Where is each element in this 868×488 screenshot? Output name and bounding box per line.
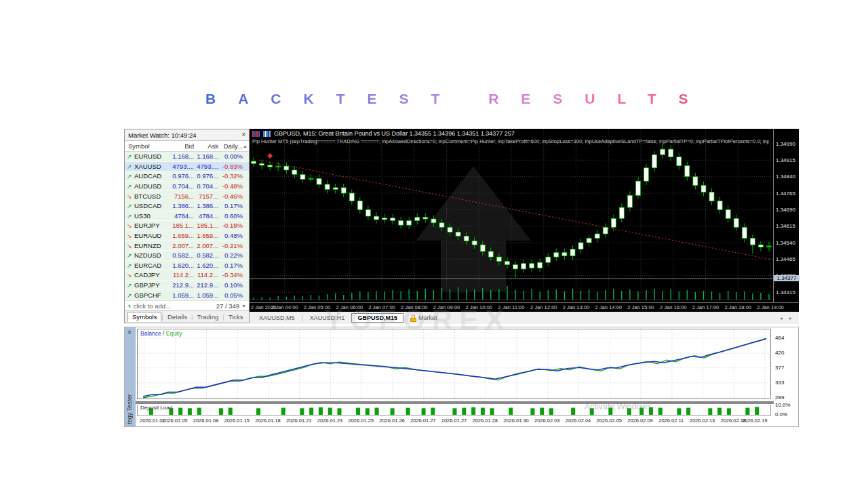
deposit-load-chart[interactable] xyxy=(137,405,771,416)
tab-ticks[interactable]: Ticks xyxy=(224,312,248,321)
symbol-name: ↗US30 xyxy=(125,212,170,220)
bid-value: 0.976... xyxy=(170,172,194,180)
market-watch-row-usdcad[interactable]: ↗USDCAD1.386...1.386...0.17% xyxy=(125,201,249,211)
daily-change: 0.17% xyxy=(218,202,243,209)
bid-value: 1.620... xyxy=(170,262,194,269)
ask-value: 1.168... xyxy=(194,152,218,160)
bid-value: 0.582... xyxy=(170,251,194,259)
up-arrow-icon: ↗ xyxy=(127,203,134,209)
market-watch-row-gbpchf[interactable]: ↗GBPCHF1.059...1.059...0.05% xyxy=(125,290,249,300)
market-watch-row-audusd[interactable]: ↗AUDUSD0.704...0.704...-0.48% xyxy=(125,182,249,192)
bid-value: 212.9... xyxy=(170,281,194,289)
chart-header: GBPUSD, M15: Great Britain Pound vs US D… xyxy=(252,130,515,137)
market-watch-row-btcusd[interactable]: ↘BTCUSD7156...7157...-0.46% xyxy=(125,191,249,201)
symbol-name: ↗EURCAD xyxy=(125,262,170,269)
market-watch-row-eurjpy[interactable]: ↘EURJPY185.1...185.1...-0.18% xyxy=(125,221,249,231)
tab-symbols[interactable]: Symbols xyxy=(127,312,161,322)
market-watch-row-audcad[interactable]: ↗AUDCAD0.976...0.976...-0.32% xyxy=(125,171,249,182)
bid-value: 7156... xyxy=(170,192,194,200)
equity-curve-chart[interactable] xyxy=(137,329,771,399)
equity-tick: 377 xyxy=(775,365,784,371)
equity-tick: 289 xyxy=(775,394,784,401)
close-icon[interactable]: × xyxy=(127,329,132,336)
market-watch-footer: + click to add... 27 / 349 ▼ xyxy=(125,300,249,310)
ask-value: 1.659... xyxy=(194,232,218,239)
daily-change: -0.46% xyxy=(218,192,243,200)
strategy-tester-panel: × tegy Tester Balance / Equity 464420377… xyxy=(124,327,799,427)
tab-nav-arrows[interactable]: ◂ ▸ xyxy=(780,315,795,321)
balance-legend: Balance xyxy=(140,330,161,337)
symbol-name: ↘EURJPY xyxy=(125,222,170,229)
date-tick: 2026.02.05 xyxy=(596,418,622,424)
market-watch-row-euraud[interactable]: ↘EURAUD1.659...1.659...0.48% xyxy=(125,231,249,241)
symbol-name: ↘BTCUSD xyxy=(125,192,170,200)
market-watch-row-eurusd[interactable]: ↗EURUSD1.168...1.168...0.00% xyxy=(125,152,249,162)
tab-details[interactable]: Details xyxy=(163,312,191,321)
time-tick: 2 Jan 12:00 xyxy=(530,304,557,310)
bid-value: 1.168... xyxy=(170,152,194,160)
equity-tick: 420 xyxy=(775,350,784,356)
scroll-up-icon[interactable]: ▲ xyxy=(243,144,249,148)
up-arrow-icon: ↗ xyxy=(127,282,134,289)
close-icon[interactable]: × xyxy=(241,131,245,138)
bid-value: 185.1... xyxy=(170,222,194,229)
price-axis[interactable]: 1.349901.349151.348401.347651.346901.346… xyxy=(773,129,799,302)
market-watch-row-xauusd[interactable]: ↗XAUUSD4793....4793....-0.83% xyxy=(125,162,249,172)
ask-value: 1.386... xyxy=(194,202,218,209)
chart-tab-xauusd-m5[interactable]: XAUUSD,M5 xyxy=(254,314,300,322)
market-watch-row-eurcad[interactable]: ↗EURCAD1.620...1.620...0.17% xyxy=(125,261,249,271)
market-watch-row-cadjpy[interactable]: ↘CADJPY114.2...114.2...-0.34% xyxy=(125,270,249,281)
ask-value: 0.704... xyxy=(194,182,218,190)
date-tick: 2026.01.30 xyxy=(503,418,529,424)
symbol-count: 27 / 349 xyxy=(216,302,239,310)
candlestick-plot[interactable] xyxy=(250,129,773,302)
market-watch-row-us30[interactable]: ↗US304784...4784...0.60% xyxy=(125,211,249,222)
time-tick: 2 Jan 16:00 xyxy=(660,304,687,310)
bid-value: 114.2... xyxy=(170,271,194,279)
column-daily[interactable]: Daily... xyxy=(218,142,243,150)
date-tick: 2026.01.05 xyxy=(162,418,188,424)
up-arrow-icon: ↗ xyxy=(127,163,134,170)
up-arrow-icon: ↗ xyxy=(127,252,134,259)
tab-separator: | xyxy=(302,314,303,321)
time-tick: 2 Jan 11:00 xyxy=(498,304,524,310)
chart-tab-xauusd-h1[interactable]: XAUUSD,H1 xyxy=(304,314,351,322)
daily-change: -0.32% xyxy=(218,172,243,180)
down-arrow-icon: ↘ xyxy=(127,193,134,200)
panel-splitter[interactable] xyxy=(136,401,774,404)
scroll-down-icon[interactable]: ▼ xyxy=(241,304,246,308)
symbol-name: ↗USDCAD xyxy=(125,202,170,209)
symbol-name: ↘EURNZD xyxy=(125,242,170,249)
date-tick: 2026.02.11 xyxy=(658,418,684,424)
market-watch-row-gbpjpy[interactable]: ↗GBPJPY212.9...212.9...0.10% xyxy=(125,281,249,291)
logo-watermark xyxy=(416,166,531,291)
column-bid[interactable]: Bid xyxy=(170,142,194,150)
add-symbol-label[interactable]: click to add... xyxy=(134,302,171,310)
daily-change: 0.17% xyxy=(218,262,243,269)
candles-chart-icon xyxy=(263,131,271,137)
date-tick: 2026.01.23 xyxy=(317,418,343,424)
strategy-tester-strip[interactable]: × tegy Tester xyxy=(125,327,136,426)
tab-trading[interactable]: Trading xyxy=(193,312,222,321)
equity-axis-labels: 46442037733328910.0%0.0% xyxy=(774,327,798,426)
up-arrow-icon: ↗ xyxy=(127,292,134,299)
tab-market[interactable]: Market xyxy=(418,314,437,321)
price-chart-panel[interactable]: GBPUSD, M15: Great Britain Pound vs US D… xyxy=(250,129,799,312)
down-arrow-icon: ↘ xyxy=(127,232,134,239)
down-arrow-icon: ↘ xyxy=(127,272,134,279)
time-tick: 2 Jan 18:00 xyxy=(724,304,751,310)
market-watch-row-nzdusd[interactable]: ↗NZDUSD0.582...0.582...0.22% xyxy=(125,251,249,261)
equity-tick: 464 xyxy=(775,335,784,341)
column-symbol[interactable]: Symbol xyxy=(125,142,170,150)
column-ask[interactable]: Ask xyxy=(194,142,218,150)
add-symbol-icon[interactable]: + xyxy=(127,302,132,310)
tester-main-area: Balance / Equity 46442037733328910.0%0.0… xyxy=(136,327,798,426)
daily-change: -0.18% xyxy=(218,222,243,229)
time-axis[interactable]: 2 Jan 20262 Jan 04:002 Jan 05:002 Jan 06… xyxy=(250,302,799,312)
market-watch-row-eurnzd[interactable]: ↘EURNZD2.007...2.007...-0.21% xyxy=(125,241,249,251)
date-tick: 2026.01.27 xyxy=(410,418,436,424)
date-axis: 2026.01.012026.01.052026.01.082026.01.15… xyxy=(137,418,771,426)
symbol-name: ↗GBPCHF xyxy=(125,291,170,299)
bid-value: 1.059... xyxy=(170,291,194,299)
chart-tab-gbpusd-m15[interactable]: GBPUSD,M15 xyxy=(351,313,403,323)
